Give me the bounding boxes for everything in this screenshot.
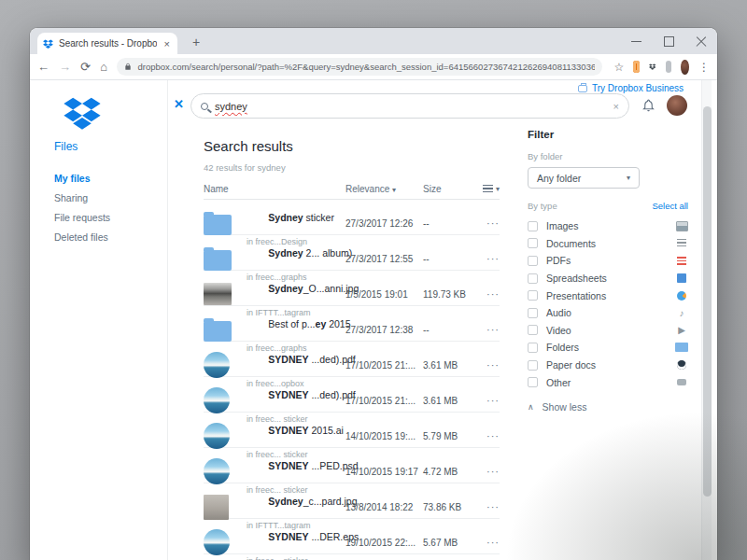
pdfs-icon	[675, 257, 688, 265]
table-row[interactable]: SYDNEY ...PED.psd in freec... sticker 14…	[204, 448, 500, 483]
url-text: dropbox.com/search/personal/?path=%2F&qu…	[137, 62, 595, 72]
checkbox[interactable]	[528, 325, 538, 335]
filter-type-label[interactable]: Images	[546, 220, 667, 231]
row-menu-button[interactable]: ···	[474, 253, 500, 264]
row-menu-button[interactable]: ···	[474, 501, 500, 512]
row-menu-button[interactable]: ···	[474, 217, 500, 229]
filter-type-label[interactable]: PDFs	[546, 255, 667, 266]
spreadsheets-icon	[675, 273, 688, 283]
table-row[interactable]: Sydney_c...pard.jpg in IFTTT...tagram 13…	[204, 483, 500, 519]
row-menu-button[interactable]: ···	[474, 395, 500, 406]
generic-extension-icon[interactable]	[666, 61, 672, 73]
file-date: 13/8/2014 18:22	[345, 502, 423, 512]
new-tab-button[interactable]: +	[187, 34, 205, 52]
browser-toolbar: ← → ⟳ ⌂ dropbox.com/search/personal/?pat…	[30, 54, 717, 80]
sidebar-section-files[interactable]: Files	[54, 140, 78, 153]
checkbox[interactable]	[528, 360, 538, 371]
forward-icon[interactable]: →	[59, 60, 71, 74]
checkbox[interactable]	[528, 308, 538, 318]
filter-type-item: Audio ♪	[528, 304, 688, 322]
table-row[interactable]: SYDNEY ...ded).pdf in freec...opbox 17/1…	[204, 342, 500, 377]
checkbox[interactable]	[528, 377, 538, 387]
images-icon	[675, 221, 688, 231]
dropbox-logo-icon[interactable]	[63, 96, 101, 130]
filter-type-item: Presentations	[528, 287, 688, 304]
browser-menu-icon[interactable]: ⋮	[698, 61, 710, 74]
checkbox[interactable]	[528, 290, 538, 301]
home-icon[interactable]: ⌂	[100, 60, 108, 74]
account-avatar[interactable]	[667, 95, 687, 116]
checkbox[interactable]	[528, 273, 538, 284]
dropbox-extension-icon[interactable]	[649, 61, 655, 73]
table-row[interactable]: Best of p...ey 2015 in freec...graphs 27…	[204, 306, 500, 342]
row-menu-button[interactable]: ···	[474, 537, 500, 548]
file-name: SYDNEY ...ded).pdf	[247, 377, 345, 413]
filter-type-item: Documents	[528, 235, 688, 253]
filter-type-item: Folders	[528, 339, 688, 357]
notifications-bell-icon[interactable]	[641, 98, 655, 113]
file-name: SYDNEY ...ded).pdf	[247, 342, 345, 378]
table-row[interactable]: Sydney sticker in freec...Design 27/3/20…	[204, 200, 500, 235]
filter-type-label[interactable]: Other	[546, 377, 667, 388]
filter-type-list: Images Documents PDFs Spreadsheets Prese…	[528, 217, 688, 391]
row-menu-button[interactable]: ···	[474, 324, 500, 335]
select-all-link[interactable]: Select all	[652, 201, 688, 211]
try-dropbox-business-link[interactable]: Try Dropbox Business	[578, 83, 684, 93]
filter-type-label[interactable]: Audio	[546, 307, 667, 318]
results-list: Sydney sticker in freec...Design 27/3/20…	[204, 200, 500, 560]
folder-select[interactable]: Any folder ▾	[528, 167, 640, 189]
table-row[interactable]: SYDNEY 2015.ai in freec... sticker 14/10…	[204, 413, 500, 448]
column-relevance[interactable]: Relevance ▾	[345, 184, 423, 194]
browser-profile-avatar[interactable]	[681, 60, 689, 75]
minimize-icon[interactable]	[630, 35, 642, 48]
checkbox[interactable]	[528, 256, 538, 266]
search-input[interactable]: sydney ×	[190, 93, 629, 119]
view-switcher[interactable]: ▾	[474, 185, 500, 193]
sidebar-item-deleted-files[interactable]: Deleted files	[54, 231, 110, 243]
sidebar-item-my-files[interactable]: My files	[54, 173, 110, 184]
table-row[interactable]: SYDNEY ...RDER.ai 19/10/2015 22:... 3.61…	[204, 554, 500, 560]
show-less-button[interactable]: ∧ Show less	[528, 401, 688, 413]
file-date: 17/10/2015 21:...	[345, 360, 423, 371]
back-icon[interactable]: ←	[37, 60, 49, 74]
filter-type-label[interactable]: Paper docs	[546, 359, 667, 371]
checkbox[interactable]	[528, 221, 538, 231]
page-scrollbar[interactable]	[701, 80, 712, 560]
file-date: 27/3/2017 12:26	[345, 218, 423, 229]
orange-extension-icon[interactable]	[633, 61, 640, 73]
filter-type-label[interactable]: Video	[546, 325, 667, 336]
close-window-icon[interactable]	[696, 35, 708, 48]
scrollbar-thumb[interactable]	[703, 106, 712, 497]
filter-type-label[interactable]: Spreadsheets	[546, 273, 667, 284]
close-search-icon[interactable]: ✕	[174, 97, 184, 111]
table-row[interactable]: Sydney_O...anni.jpg in IFTTT...tagram 1/…	[204, 271, 500, 306]
filter-type-label[interactable]: Documents	[546, 238, 667, 249]
clear-search-icon[interactable]: ×	[613, 101, 619, 112]
bookmark-star-icon[interactable]: ☆	[613, 61, 624, 74]
reload-icon[interactable]: ⟳	[80, 60, 91, 74]
address-bar[interactable]: dropbox.com/search/personal/?path=%2F&qu…	[117, 58, 602, 76]
filter-type-item: Spreadsheets	[528, 270, 688, 287]
sidebar: Files My files Sharing File requests Del…	[30, 80, 168, 560]
sidebar-item-file-requests[interactable]: File requests	[54, 212, 110, 223]
row-menu-button[interactable]: ···	[474, 430, 500, 441]
presentations-icon	[675, 291, 688, 301]
checkbox[interactable]	[528, 238, 538, 248]
sort-caret-icon: ▾	[392, 186, 396, 194]
browser-tab[interactable]: Search results - Dropbox ×	[37, 33, 177, 54]
filter-type-label[interactable]: Presentations	[546, 290, 667, 301]
harbor-thumbnail-icon	[204, 423, 230, 449]
row-menu-button[interactable]: ···	[474, 359, 500, 371]
filter-type-label[interactable]: Folders	[546, 342, 667, 353]
column-size: Size	[423, 184, 474, 194]
table-row[interactable]: Sydney 2... album) in freec...graphs 27/…	[204, 235, 500, 271]
folder-select-value: Any folder	[537, 173, 581, 184]
checkbox[interactable]	[528, 343, 538, 353]
maximize-icon[interactable]	[663, 35, 675, 48]
table-row[interactable]: SYDNEY ...DER.eps in freec... sticker 19…	[204, 519, 500, 554]
table-row[interactable]: SYDNEY ...ded).pdf in freec... sticker 1…	[204, 377, 500, 413]
sidebar-item-sharing[interactable]: Sharing	[54, 192, 110, 203]
row-menu-button[interactable]: ···	[474, 466, 500, 477]
row-menu-button[interactable]: ···	[474, 288, 500, 300]
tab-close-icon[interactable]: ×	[162, 38, 172, 49]
